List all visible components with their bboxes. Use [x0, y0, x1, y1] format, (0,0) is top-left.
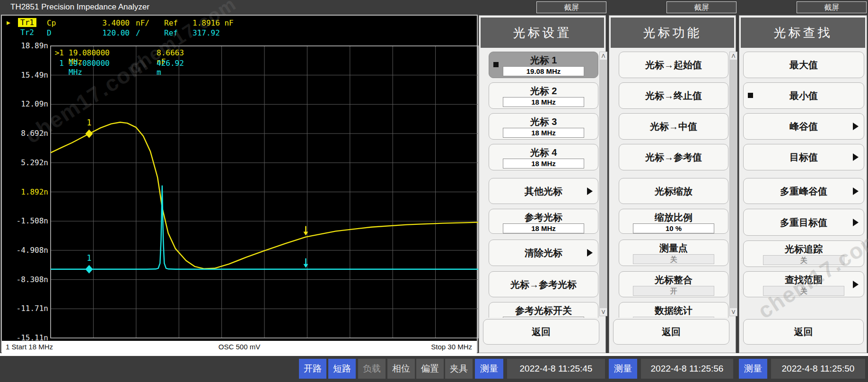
marker-to-center-button[interactable]: 光标→中值 — [619, 113, 728, 140]
y-axis-label: 5.292n — [3, 159, 48, 167]
measurement-window[interactable]: ▶ Tr1 Cp 3.4000 nF/ Ref 1.8916 nF Tr2 D … — [1, 15, 478, 353]
x-axis-bar: 1 Start 18 MHz OSC 500 mV Stop 30 MHz — [2, 341, 477, 353]
marker2-button[interactable]: 光标 2 18 MHz — [489, 82, 598, 109]
load-correction-button[interactable]: 负载 — [358, 359, 386, 379]
y-axis-label: -4.908n — [3, 246, 48, 255]
marker4-button[interactable]: 光标 4 18 MHz — [489, 144, 598, 170]
trace2-scale-unit: / — [136, 28, 140, 37]
reference-marker-frequency-field[interactable]: 18 MHz — [503, 223, 584, 233]
search-target-button[interactable]: 目标值 — [743, 144, 864, 170]
osc-level-label: OSC 500 mV — [2, 341, 477, 353]
back-button[interactable]: 返回 — [613, 319, 729, 345]
marker2-frequency-field[interactable]: 18 MHz — [503, 97, 584, 107]
button-label: 光标→中值 — [619, 120, 728, 133]
trace1-id-badge[interactable]: Tr1 — [18, 18, 36, 27]
y-axis-label: -8.308n — [3, 275, 48, 284]
back-button[interactable]: 返回 — [743, 319, 864, 345]
panel-button-list: 光标→起始值 光标→终止值 光标→中值 光标→参考值 光标缩放 缩放比例 10 … — [609, 16, 736, 318]
trace2-ref-label: Ref — [164, 28, 178, 37]
marker-to-reference-button[interactable]: 光标→参考值 — [619, 144, 728, 170]
refmarker-switch-field[interactable] — [503, 317, 584, 318]
search-peak-button[interactable]: 峰谷值 — [743, 113, 864, 140]
y-axis-label: -11.71n — [3, 304, 48, 313]
submenu-arrow-icon — [587, 249, 593, 257]
button-label: 参考光标开关 — [489, 304, 598, 317]
trace1-ref-label: Ref — [164, 18, 178, 27]
measure-button-2[interactable]: 测量 — [609, 359, 637, 379]
marker-diamond — [85, 130, 93, 138]
panel-scrollbar[interactable]: ᐱ ᐯ — [729, 52, 737, 316]
button-label: 光标追踪 — [744, 243, 864, 256]
marker-couple-button[interactable]: 光标整合 开 — [619, 271, 728, 297]
search-min-button[interactable]: 最小值 — [743, 82, 864, 109]
phase-button[interactable]: 相位 — [387, 359, 415, 379]
zoom-ratio-button[interactable]: 缩放比例 10 % — [619, 209, 728, 234]
measure-button-1[interactable]: 测量 — [475, 359, 503, 379]
button-label: 目标值 — [744, 151, 864, 164]
marker3-button[interactable]: 光标 3 18 MHz — [489, 113, 598, 140]
measure-point-state: 关 — [633, 254, 714, 264]
button-label: 参考光标 — [489, 211, 598, 224]
scroll-down-icon[interactable]: ᐯ — [730, 308, 737, 316]
screenshot-button-1[interactable]: 截屏 — [536, 1, 606, 13]
marker3-frequency-field[interactable]: 18 MHz — [503, 128, 584, 138]
window-title: TH2851 Precision Impedance Analyzer — [10, 0, 149, 14]
title-bar: TH2851 Precision Impedance Analyzer 截屏 截… — [0, 0, 868, 14]
panel-marker-function: 光标功能 光标→起始值 光标→终止值 光标→中值 光标→参考值 光标缩放 缩放比… — [609, 15, 736, 353]
panel-scrollbar[interactable]: ᐱ ᐯ — [599, 52, 607, 316]
clear-markers-button[interactable]: 清除光标 — [489, 240, 598, 266]
y-axis-label: -1.508n — [3, 217, 48, 225]
search-range-button[interactable]: 查找范围 关 — [743, 271, 864, 297]
measure-button-3[interactable]: 测量 — [739, 359, 767, 379]
scroll-up-icon[interactable]: ᐱ — [730, 52, 737, 60]
button-label: 光标 4 — [489, 146, 598, 159]
trace2-id-badge[interactable]: Tr2 — [18, 28, 36, 37]
button-label: 测量点 — [619, 242, 728, 255]
marker-to-refmarker-button[interactable]: 光标→参考光标 — [489, 271, 598, 297]
submenu-arrow-icon — [853, 153, 859, 161]
marker-to-start-button[interactable]: 光标→起始值 — [619, 52, 728, 78]
marker4-frequency-field[interactable]: 18 MHz — [503, 159, 584, 169]
y-axis-label: 12.09n — [3, 100, 48, 108]
back-button[interactable]: 返回 — [483, 319, 599, 345]
search-max-button[interactable]: 最大值 — [743, 52, 864, 78]
trace1-info-row: ▶ Tr1 Cp 3.4000 nF/ Ref 1.8916 nF — [2, 18, 477, 28]
bias-button[interactable]: 偏置 — [416, 359, 444, 379]
marker-tracking-button[interactable]: 光标追踪 关 — [743, 240, 864, 267]
button-label: 缩放比例 — [619, 211, 728, 224]
scroll-up-icon[interactable]: ᐱ — [600, 52, 607, 60]
screenshot-button-3[interactable]: 截屏 — [797, 1, 867, 13]
submenu-arrow-icon — [853, 123, 859, 130]
refmarker-switch-button[interactable]: 参考光标开关 — [489, 302, 598, 318]
multi-target-button[interactable]: 多重目标值 — [743, 209, 864, 236]
other-markers-button[interactable]: 其他光标 — [489, 178, 598, 204]
panel-marker-search: 光标查找 最大值 最小值 峰谷值 目标值 多重峰谷值 多重目标值 — [739, 15, 867, 353]
marker-number-label: 1 — [87, 118, 91, 127]
button-label: 光标→参考值 — [619, 151, 728, 164]
multi-peak-button[interactable]: 多重峰谷值 — [743, 178, 864, 204]
measure-point-button[interactable]: 测量点 关 — [619, 240, 728, 266]
reference-marker-button[interactable]: 参考光标 18 MHz — [489, 209, 598, 234]
button-label: 最小值 — [744, 89, 864, 102]
short-correction-button[interactable]: 短路 — [328, 359, 356, 379]
data-statistics-button[interactable]: 数据统计 — [619, 302, 728, 318]
screenshot-button-2[interactable]: 截屏 — [666, 1, 736, 13]
button-label: 光标缩放 — [619, 185, 728, 197]
marker-number-label: 1 — [87, 253, 91, 263]
marker-couple-state: 开 — [633, 286, 714, 296]
fixture-button[interactable]: 夹具 — [445, 359, 473, 379]
marker-diamond — [85, 265, 93, 274]
scroll-down-icon[interactable]: ᐯ — [600, 308, 607, 316]
y-axis-label: 8.692n — [3, 129, 48, 138]
open-correction-button[interactable]: 开路 — [299, 359, 326, 379]
marker-to-stop-button[interactable]: 光标→终止值 — [619, 82, 728, 109]
marker1-frequency-field[interactable]: 19.08 MHz — [503, 66, 584, 76]
marker1-button[interactable]: 光标 1 19.08 MHz — [489, 52, 598, 78]
zoom-ratio-field[interactable]: 10 % — [633, 223, 714, 233]
submenu-arrow-icon — [587, 187, 593, 195]
active-trace-arrow-icon: ▶ — [7, 19, 10, 26]
button-label: 多重目标值 — [744, 216, 864, 229]
button-label: 最大值 — [744, 59, 864, 71]
instrument-screen: TH2851 Precision Impedance Analyzer 截屏 截… — [0, 0, 868, 382]
marker-zoom-button[interactable]: 光标缩放 — [619, 178, 728, 204]
